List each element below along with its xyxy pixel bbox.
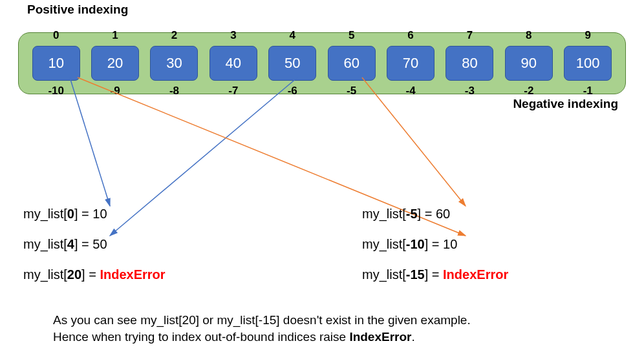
example-row: my_list[20] = IndexError (23, 267, 166, 282)
positive-index: 8 (506, 29, 552, 42)
example-row: my_list[-15] = IndexError (362, 267, 508, 282)
positive-index: 5 (328, 29, 375, 42)
examples-left: my_list[0] = 10 my_list[4] = 50 my_list[… (23, 207, 166, 298)
positive-index: 1 (92, 29, 138, 42)
example-row: my_list[0] = 10 (23, 207, 166, 221)
positive-index: 0 (33, 29, 80, 42)
example-row: my_list[-5] = 60 (362, 207, 508, 221)
list-cell: 9 100 -1 (564, 46, 612, 81)
list-cell: 7 80 -3 (445, 46, 493, 81)
positive-index: 7 (446, 29, 493, 42)
cell-value: 10 (48, 55, 63, 72)
cell-value: 60 (343, 55, 359, 72)
list-cell: 3 40 -7 (209, 46, 257, 81)
example-row: my_list[4] = 50 (23, 237, 166, 252)
list-container: 0 10 -10 1 20 -9 2 30 -8 3 40 -7 4 50 -6… (18, 32, 626, 94)
negative-index: -10 (33, 85, 80, 98)
list-cell: 6 70 -4 (387, 46, 435, 81)
negative-index: -5 (328, 85, 375, 98)
negative-index: -4 (387, 85, 434, 98)
list-cell: 8 90 -2 (505, 46, 553, 81)
cell-value: 30 (166, 55, 182, 72)
list-cell: 1 20 -9 (91, 46, 139, 81)
negative-index: -6 (269, 85, 316, 98)
negative-index: -1 (564, 85, 611, 98)
list-cell: 2 30 -8 (150, 46, 198, 81)
cell-value: 80 (462, 55, 477, 72)
positive-indexing-title: Positive indexing (27, 3, 128, 17)
negative-indexing-title: Negative indexing (513, 97, 618, 111)
cell-value: 100 (576, 55, 600, 72)
list-cell: 0 10 -10 (32, 46, 80, 81)
list-cell: 5 60 -5 (328, 46, 376, 81)
list-cell: 4 50 -6 (268, 46, 316, 81)
explanation-text: As you can see my_list[20] or my_list[-1… (53, 312, 471, 345)
examples-right: my_list[-5] = 60 my_list[-10] = 10 my_li… (362, 207, 508, 298)
positive-index: 6 (387, 29, 434, 42)
cell-value: 90 (521, 55, 537, 72)
cell-value: 40 (226, 55, 241, 72)
negative-index: -8 (151, 85, 197, 98)
positive-index: 4 (269, 29, 316, 42)
positive-index: 3 (210, 29, 257, 42)
negative-index: -9 (92, 85, 138, 98)
positive-index: 2 (151, 29, 197, 42)
cell-value: 20 (107, 55, 123, 72)
positive-index: 9 (564, 29, 611, 42)
cell-value: 70 (403, 55, 418, 72)
negative-index: -2 (506, 85, 552, 98)
cell-value: 50 (284, 55, 300, 72)
negative-index: -3 (446, 85, 493, 98)
example-row: my_list[-10] = 10 (362, 237, 508, 252)
negative-index: -7 (210, 85, 257, 98)
